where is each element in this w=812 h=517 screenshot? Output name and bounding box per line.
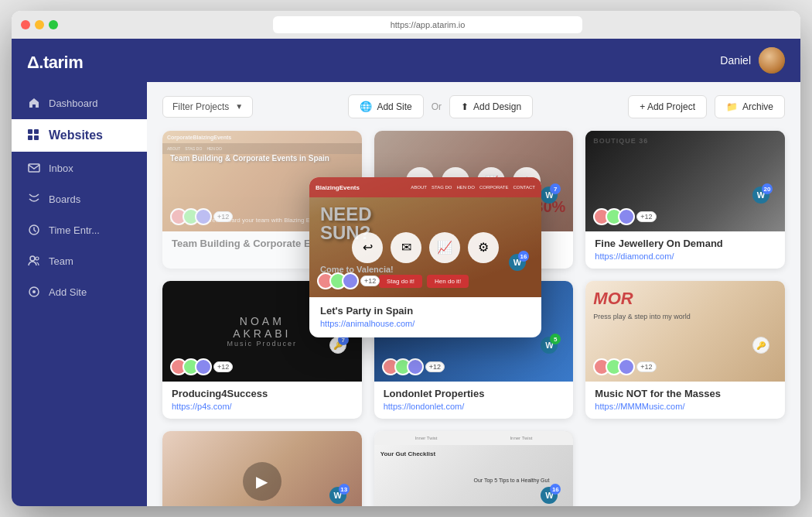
maximize-dot[interactable] <box>49 20 58 29</box>
project-card-gut[interactable]: Inner Twist Inner Twist Your Gut Checkli… <box>374 431 574 506</box>
wordpress-icon <box>27 285 41 299</box>
svg-rect-1 <box>34 129 39 134</box>
sidebar-nav: Dashboard Websites <box>12 85 147 310</box>
expanded-avatars: +12 <box>317 272 380 289</box>
card-avatars-4: +12 <box>170 358 233 375</box>
archive-label: Archive <box>742 101 773 112</box>
svg-point-7 <box>36 257 39 260</box>
thumb-header: CorporateBlaizingEvents <box>162 131 362 143</box>
hen-do-button[interactable]: Hen do it! <box>427 275 469 288</box>
avatar-3 <box>195 208 212 225</box>
svg-rect-4 <box>29 164 39 172</box>
avatar-3 <box>618 358 635 375</box>
grid-icon <box>27 128 41 142</box>
minimize-dot[interactable] <box>35 20 44 29</box>
svg-point-9 <box>32 290 36 293</box>
avatar-3 <box>618 208 635 225</box>
card-avatars-6: +12 <box>593 358 656 375</box>
expanded-thumbnail: BlaizingEvents ABOUT STAG DO HEN DO CORP… <box>309 177 541 297</box>
sidebar-label-team: Team <box>49 255 73 267</box>
platform-badge-jewellery: W 20 <box>752 187 769 204</box>
clock-icon <box>27 223 41 237</box>
app-container: Δ.tarim Dashboard <box>12 39 800 506</box>
logo-text: Δ.tarim <box>27 53 83 73</box>
svg-point-6 <box>30 256 35 261</box>
filter-label: Filter Projects <box>172 101 229 112</box>
main-content: Daniel Filter Projects ▼ 🌐 <box>147 39 800 506</box>
platform-badge-expanded: W 16 <box>509 254 526 271</box>
avatar[interactable] <box>759 47 785 74</box>
card-avatars-3: +12 <box>593 208 656 225</box>
avatar-3 <box>195 358 212 375</box>
logo: Δ.tarim <box>12 39 147 85</box>
sidebar-item-inbox[interactable]: Inbox <box>12 153 147 183</box>
toolbar: Filter Projects ▼ 🌐 Add Site Or ⬆ Add De… <box>162 94 785 118</box>
expanded-url: https://animalhouse.com/ <box>320 319 531 328</box>
expanded-site-header: BlaizingEvents ABOUT STAG DO HEN DO CORP… <box>309 177 541 197</box>
project-card-music[interactable]: MOR Press play & step into my world +12 <box>585 281 785 419</box>
sidebar-item-time-entries[interactable]: Time Entr... <box>12 215 147 245</box>
expanded-footer: Let's Party in Spain https://animalhouse… <box>309 297 541 337</box>
card-footer-5: Londonlet Properties https://londonlet.c… <box>374 382 574 419</box>
platform-badge-music: 🔑 <box>752 337 769 354</box>
mail-icon <box>27 161 41 175</box>
toolbar-center: 🌐 Add Site Or ⬆ Add Design <box>348 94 533 118</box>
expanded-title: Let's Party in Spain <box>320 305 531 317</box>
url-bar[interactable]: https://app.atarim.io <box>273 16 582 33</box>
add-site-button[interactable]: 🌐 Add Site <box>348 94 423 118</box>
add-project-button[interactable]: + Add Project <box>628 95 707 118</box>
browser-bar: https://app.atarim.io <box>12 11 800 39</box>
app-header: Daniel <box>147 39 800 82</box>
platform-badge-fashion-house: W 13 <box>329 487 346 504</box>
site-icon: 🌐 <box>360 101 372 112</box>
url-text: https://app.atarim.io <box>391 20 466 29</box>
card-avatars-5: +12 <box>382 358 445 375</box>
sidebar-item-team[interactable]: Team <box>12 246 147 276</box>
thumb-nav: ABOUTSTAG DOHEN DO <box>162 143 362 154</box>
sidebar-item-add-site[interactable]: Add Site <box>12 277 147 306</box>
action-btn-analytics[interactable]: 📈 <box>429 232 460 263</box>
action-btn-mail[interactable]: ✉ <box>391 232 421 263</box>
sidebar-item-boards[interactable]: Boards <box>12 184 147 214</box>
action-btn-settings[interactable]: ⚙ <box>468 232 499 263</box>
toolbar-right: + Add Project 📁 Archive <box>628 95 785 118</box>
svg-rect-0 <box>28 129 32 134</box>
sidebar-label-inbox: Inbox <box>49 163 73 174</box>
card-footer-4: Producing4Success https://p4s.com/ 🔑 7 <box>162 382 362 419</box>
project-card-fashion-house[interactable]: ▶ +12 Fashion In The House <box>162 431 362 506</box>
chevron-down-icon: ▼ <box>235 102 243 111</box>
browser-window: https://app.atarim.io Δ.tarim Dashboa <box>12 11 800 506</box>
avatar-3 <box>342 272 359 289</box>
add-design-label: Add Design <box>473 101 521 112</box>
sidebar-item-dashboard[interactable]: Dashboard <box>12 88 147 118</box>
card-footer-6: Music NOT for the Masses https://MMMMusi… <box>585 382 785 419</box>
notif-dot-fashion-house: 13 <box>339 484 350 495</box>
stag-do-button[interactable]: Stag do it! <box>379 275 422 288</box>
sidebar-label-time: Time Entr... <box>49 224 100 236</box>
project-card-jewellery[interactable]: BOUTIQUE 36 +12 <box>585 131 785 269</box>
filter-projects-button[interactable]: Filter Projects ▼ <box>162 96 253 118</box>
add-project-label: + Add Project <box>640 101 695 112</box>
action-btn-reply[interactable]: ↩ <box>352 232 383 263</box>
sidebar: Δ.tarim Dashboard <box>12 39 147 506</box>
svg-rect-2 <box>28 135 32 140</box>
username-label: Daniel <box>720 54 751 67</box>
home-icon <box>27 96 41 110</box>
browser-dots <box>21 20 58 29</box>
archive-icon: 📁 <box>726 101 738 112</box>
sidebar-item-websites[interactable]: Websites <box>12 119 147 152</box>
upload-icon: ⬆ <box>461 101 469 112</box>
platform-badge-key: 🔑 7 <box>329 337 346 354</box>
sidebar-label-websites: Websites <box>49 128 103 142</box>
sidebar-label-dashboard: Dashboard <box>49 98 98 109</box>
archive-button[interactable]: 📁 Archive <box>715 95 785 118</box>
notif-dot-jewellery: 20 <box>762 183 773 194</box>
expanded-action-buttons: Stag do it! Hen do it! <box>379 275 469 288</box>
sidebar-label-add-site: Add Site <box>49 286 87 298</box>
add-design-button[interactable]: ⬆ Add Design <box>449 95 533 118</box>
avatar-3 <box>407 358 424 375</box>
grid-wrapper: CorporateBlaizingEvents ABOUTSTAG DOHEN … <box>162 131 785 506</box>
expanded-card-party[interactable]: BlaizingEvents ABOUT STAG DO HEN DO CORP… <box>309 177 541 337</box>
sidebar-label-boards: Boards <box>49 193 80 205</box>
close-dot[interactable] <box>21 20 30 29</box>
